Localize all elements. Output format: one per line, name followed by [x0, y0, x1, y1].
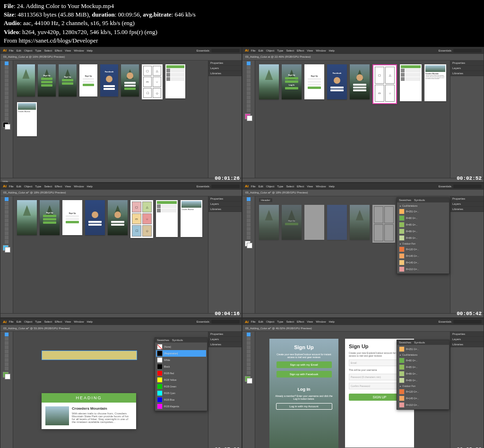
artboard-detail[interactable]: Crowders MountainWith eleven trails to c… [424, 64, 446, 101]
timestamp: 00:01:26 [215, 176, 240, 181]
artboard-signup-2[interactable]: Sign Up [304, 64, 324, 99]
selection-tool[interactable] [5, 61, 9, 65]
canvas[interactable]: Sign UpLog In Sign Up Facebook ▢△▭○ Crow… [255, 61, 450, 178]
signup-email-button[interactable]: Sign up with my Email [277, 361, 332, 368]
frame-5: Ai FileEditObjectTypeSelectEffectViewWin… [0, 318, 242, 448]
fill-stroke-icon[interactable] [3, 122, 10, 130]
document-tab[interactable]: 03_Adding_Color.ai* @ 18% (RGB/GPU Previ… [0, 190, 242, 196]
swatches-panel[interactable]: SwatchesSymbols ▸ CoolVariations R=251 G… [397, 197, 449, 274]
pen-tool[interactable] [5, 70, 9, 74]
layer-tab[interactable]: Header [259, 198, 272, 202]
app-menubar: Ai FileEditObjectTypeSelectEffectViewWin… [242, 47, 484, 54]
artboard-profile[interactable] [350, 64, 370, 99]
eyedropper-tool[interactable] [5, 108, 9, 112]
artboard-signup-1[interactable]: Sign UpLog In [282, 64, 302, 99]
artboard-splash[interactable] [259, 64, 279, 99]
eraser-tool[interactable] [5, 91, 9, 95]
menu-view[interactable]: View [65, 49, 71, 52]
artboard-facebook[interactable]: Facebook [100, 64, 118, 97]
artboard-list[interactable] [165, 64, 185, 98]
status-bar: 16% [0, 178, 242, 183]
right-panels: Properties Layers Libraries [208, 61, 242, 178]
app-menubar: Ai File Edit Object Type Select Effect V… [0, 47, 242, 54]
file-info-header: File: 24. Adding Color to Your Mockup.mp… [0, 0, 484, 47]
artboard-icons[interactable]: ▢△▭○ [372, 64, 397, 104]
artboard-profile[interactable] [121, 64, 139, 97]
timestamp: 00:05:42 [457, 311, 482, 316]
canvas[interactable]: Sign Up Sign Up ▢△▭○☐◇ Crowders Mountain [13, 196, 208, 314]
gradient-tool[interactable] [5, 104, 9, 108]
tools-panel [0, 61, 13, 178]
timestamp: 00:02:52 [457, 176, 482, 181]
artboard-signup-3[interactable]: Sign Up [79, 64, 97, 97]
brush-tool[interactable] [5, 87, 9, 91]
frame-3: Ai FileEditObjectTypeSelectEffectViewWin… [0, 183, 242, 318]
document-tab[interactable]: 03_Adding_Color.ai* @ 46.02% (RGB/GPU Pr… [242, 325, 484, 332]
signup-overlay-artboard[interactable]: Sign Up Create your new ExploreOutdoor a… [269, 339, 338, 448]
ai-logo-icon: Ai [2, 48, 7, 53]
selected-rect[interactable] [42, 351, 137, 360]
frame-1: Ai File Edit Object Type Select Effect V… [0, 47, 242, 183]
search-input[interactable] [211, 49, 240, 53]
menu-select[interactable]: Select [44, 49, 52, 52]
menu-type[interactable]: Type [35, 49, 41, 52]
document-tab[interactable]: 03_Adding_Color.ai @ 22.46% (RGB/GPU Pre… [242, 54, 484, 61]
swatch-folder[interactable]: ▸ CoolVariations [398, 203, 448, 208]
login-button[interactable]: Log in with my Account [276, 403, 332, 410]
tools-panel [242, 61, 255, 178]
panel-layers[interactable]: Layers [208, 66, 242, 71]
workspace-switcher[interactable]: Essentials [197, 49, 209, 52]
artboard-detail[interactable]: Crowders Mountain [17, 102, 37, 136]
artboard-signup-2[interactable]: Sign Up [59, 64, 77, 97]
heading-card-artboard[interactable]: HEADING Crowders MountainWith eleven tra… [42, 393, 136, 429]
artboard-icons[interactable]: ▢△▭○☐◇ [142, 64, 163, 99]
frame-6: Ai FileEditObjectTypeSelectEffectViewWin… [242, 318, 484, 448]
menu-object[interactable]: Object [24, 49, 32, 52]
canvas[interactable]: Sign Up Sign Up Sign Up Facebook ▢△▭○☐◇ … [13, 61, 208, 178]
menu-edit[interactable]: Edit [17, 49, 21, 52]
menu-effect[interactable]: Effect [55, 49, 62, 52]
rotate-tool[interactable] [5, 96, 9, 99]
signup-facebook-button[interactable]: Sign up with Facebook [277, 371, 332, 378]
panel-properties[interactable]: Properties [208, 61, 242, 66]
document-tab[interactable]: 03_Adding_Color.ai* @ 18% (RGB/GPU Previ… [242, 190, 484, 196]
menu-file[interactable]: File [9, 49, 14, 52]
scale-tool[interactable] [5, 100, 9, 104]
menu-window[interactable]: Window [74, 49, 84, 52]
artboard-facebook[interactable]: Facebook [327, 64, 347, 99]
artboard-list[interactable] [400, 64, 422, 101]
artboard-tool[interactable] [5, 113, 9, 116]
type-tool[interactable] [5, 74, 9, 78]
fill-stroke-icon[interactable] [3, 245, 10, 253]
document-tab[interactable]: 03_Adding_Color.ai @ 16% (RGB/GPU Previe… [0, 54, 242, 61]
artboard-splash[interactable] [17, 64, 35, 97]
fill-stroke-icon[interactable] [245, 114, 252, 121]
direct-select-tool[interactable] [5, 66, 9, 70]
panel-libraries[interactable]: Libraries [208, 71, 242, 76]
menu-help[interactable]: Help [87, 49, 93, 52]
ai-logo-icon: Ai [244, 48, 249, 53]
artboard-signup-1[interactable]: Sign Up [38, 64, 56, 97]
zoom-tool[interactable] [5, 117, 9, 121]
line-tool[interactable] [5, 79, 9, 82]
swatches-panel[interactable]: SwatchesSymbols R=251 G=... ▸ CoolVariat… [397, 340, 449, 410]
rectangle-tool[interactable] [5, 83, 9, 87]
frame-4: Ai FileEditObjectTypeSelectEffectViewWin… [242, 183, 484, 318]
document-tab[interactable]: 03_Adding_Color.ai* @ 53.26% (RGB/GPU Pr… [0, 325, 242, 332]
swatches-panel[interactable]: SwatchesSymbols [None] [Registration] Wh… [155, 337, 207, 411]
timestamp: 00:04:16 [215, 311, 240, 316]
frame-2: Ai FileEditObjectTypeSelectEffectViewWin… [242, 47, 484, 183]
swatch-item[interactable]: R=251 G=... [398, 208, 448, 215]
card-thumbnail [45, 406, 69, 425]
thumbnail-grid: Ai File Edit Object Type Select Effect V… [0, 47, 484, 448]
